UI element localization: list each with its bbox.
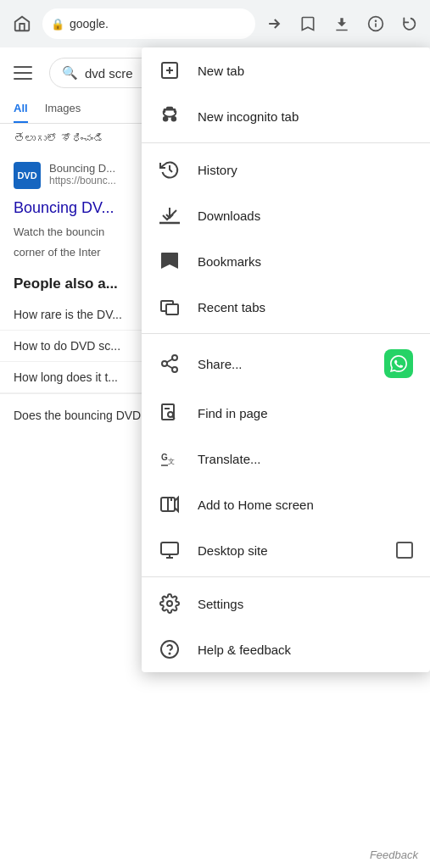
settings-label: Settings <box>198 597 413 611</box>
svg-point-18 <box>172 355 177 360</box>
svg-point-19 <box>162 361 167 366</box>
svg-point-24 <box>168 412 173 417</box>
settings-icon <box>159 593 181 615</box>
find-label: Find in page <box>198 406 413 420</box>
refresh-button[interactable] <box>396 10 423 37</box>
history-icon <box>159 159 181 181</box>
help-label: Help & feedback <box>198 643 413 657</box>
hamburger-menu[interactable] <box>14 59 41 86</box>
svg-text:文: 文 <box>168 458 175 465</box>
translate-icon: G 文 <box>159 448 181 470</box>
url-text: google. <box>70 17 109 31</box>
svg-rect-32 <box>161 542 178 554</box>
result-meta: Bouncing D... https://bounc... <box>49 162 116 186</box>
downloads-label: Downloads <box>198 209 413 223</box>
search-icon: 🔍 <box>62 65 78 81</box>
share-label: Share... <box>198 357 367 371</box>
result-site-url: https://bounc... <box>49 175 116 186</box>
whatsapp-badge <box>384 349 413 378</box>
translate-label: Translate... <box>198 452 413 466</box>
menu-item-help[interactable]: Help & feedback <box>142 626 430 672</box>
desktop-site-label: Desktop site <box>198 543 379 558</box>
downloads-icon <box>159 204 181 226</box>
menu-item-desktop-site[interactable]: Desktop site <box>142 527 430 573</box>
incognito-label: New incognito tab <box>198 109 413 124</box>
recent-tabs-icon <box>159 296 181 318</box>
new-tab-icon <box>159 59 181 81</box>
lock-icon: 🔒 <box>51 18 64 31</box>
svg-point-20 <box>172 367 177 372</box>
svg-text:G: G <box>161 453 168 462</box>
tab-all[interactable]: All <box>14 102 28 123</box>
svg-rect-13 <box>166 107 173 110</box>
help-icon <box>159 638 181 660</box>
svg-point-8 <box>171 116 177 122</box>
divider-3 <box>142 576 430 577</box>
bookmarks-icon <box>159 250 181 272</box>
divider-1 <box>142 142 430 143</box>
menu-item-recent-tabs[interactable]: Recent tabs <box>142 284 430 330</box>
tab-images[interactable]: Images <box>45 102 81 123</box>
add-home-label: Add to Home screen <box>198 498 413 512</box>
svg-line-22 <box>167 359 173 363</box>
menu-item-incognito[interactable]: New incognito tab <box>142 93 430 139</box>
bookmark-button[interactable] <box>294 10 321 37</box>
info-button[interactable] <box>362 10 389 37</box>
find-icon <box>159 402 181 424</box>
address-bar: 🔒 google. <box>0 0 430 47</box>
history-label: History <box>198 163 413 177</box>
forward-button[interactable] <box>260 10 288 37</box>
feedback-text[interactable]: Feedback <box>370 849 418 861</box>
menu-item-find[interactable]: Find in page <box>142 390 430 436</box>
menu-item-new-tab[interactable]: New tab <box>142 47 430 93</box>
svg-point-7 <box>163 116 169 122</box>
incognito-icon <box>159 105 181 127</box>
url-action-icons <box>260 10 423 37</box>
menu-item-history[interactable]: History <box>142 147 430 192</box>
recent-tabs-label: Recent tabs <box>198 300 413 314</box>
menu-item-settings[interactable]: Settings <box>142 581 430 626</box>
chrome-menu-dropdown: New tab New incognito tab <box>142 47 430 672</box>
desktop-icon <box>159 539 181 561</box>
search-query: dvd scre <box>85 66 133 81</box>
menu-item-translate[interactable]: G 文 Translate... <box>142 436 430 481</box>
bookmarks-label: Bookmarks <box>198 254 413 269</box>
svg-rect-9 <box>163 111 165 113</box>
divider-2 <box>142 333 430 334</box>
result-site-title: Bouncing D... <box>49 162 116 175</box>
share-icon <box>159 353 181 375</box>
home-button[interactable] <box>7 8 37 39</box>
menu-item-bookmarks[interactable]: Bookmarks <box>142 238 430 284</box>
svg-rect-10 <box>174 111 176 113</box>
new-tab-label: New tab <box>198 64 413 78</box>
menu-item-downloads[interactable]: Downloads <box>142 192 430 238</box>
svg-line-21 <box>167 365 173 369</box>
svg-point-35 <box>167 601 172 606</box>
desktop-site-checkbox[interactable] <box>396 542 413 559</box>
menu-item-add-home[interactable]: Add to Home screen <box>142 481 430 527</box>
menu-item-share[interactable]: Share... <box>142 337 430 390</box>
svg-rect-17 <box>166 304 178 314</box>
url-box[interactable]: 🔒 google. <box>42 8 255 39</box>
add-home-icon <box>159 493 181 515</box>
result-favicon: DVD <box>14 162 41 189</box>
download-button[interactable] <box>328 10 355 37</box>
